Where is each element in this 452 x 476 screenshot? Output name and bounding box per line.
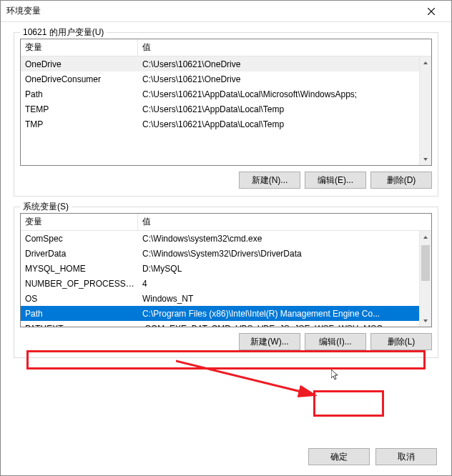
table-row[interactable]: ComSpecC:\Windows\system32\cmd.exe [21,231,431,246]
user-vars-legend: 10621 的用户变量(U) [20,26,107,39]
table-row[interactable]: MYSQL_HOMED:\MySQL [21,261,431,276]
close-icon [428,8,435,15]
cell-val: C:\Program Files (x86)\Intel\Intel(R) Ma… [138,309,431,319]
table-row[interactable]: TMPC:\Users\10621\AppData\Local\Temp [21,116,431,132]
table-header: 变量 值 [21,39,431,56]
dialog-title: 环境变量 [6,5,417,17]
scroll-thumb[interactable] [421,245,430,281]
system-vars-table[interactable]: 变量 值 ComSpecC:\Windows\system32\cmd.exeD… [20,213,432,327]
cell-val: C:\Windows\System32\Drivers\DriverData [138,249,431,259]
table-row[interactable]: PathC:\Users\10621\AppData\Local\Microso… [21,86,431,101]
user-vars-table[interactable]: 变量 值 OneDriveC:\Users\10621\OneDriveOneD… [20,39,432,166]
table-row[interactable]: TEMPC:\Users\10621\AppData\Local\Temp [21,101,431,116]
scroll-up-icon[interactable] [420,56,431,69]
scroll-down-icon[interactable] [420,153,431,165]
cell-var: OneDrive [21,59,138,69]
scroll-up-icon[interactable] [420,231,431,243]
user-rows: OneDriveC:\Users\10621\OneDriveOneDriveC… [21,56,431,132]
cell-var: TMP [21,119,138,129]
cell-val: C:\Windows\system32\cmd.exe [138,234,431,244]
cursor-icon [331,370,343,381]
cell-var: TEMP [21,104,138,114]
table-row[interactable]: OneDriveC:\Users\10621\OneDrive [21,56,431,71]
cell-val: Windows_NT [138,294,431,304]
ok-button[interactable]: 确定 [308,448,370,465]
dialog-button-row: 确定 取消 [308,448,437,465]
close-button[interactable] [417,1,446,21]
annotation-arrow-icon [176,358,326,401]
system-vars-group: 系统变量(S) 变量 值 ComSpecC:\Windows\system32\… [14,207,438,358]
cell-val: C:\Users\10621\AppData\Local\Temp [138,104,431,114]
delete-button-user[interactable]: 删除(D) [370,172,432,189]
cell-var: OS [21,294,138,304]
col-variable[interactable]: 变量 [21,214,138,230]
user-vars-group: 10621 的用户变量(U) 变量 值 OneDriveC:\Users\106… [14,32,438,197]
cell-var: MYSQL_HOME [21,264,138,274]
col-value[interactable]: 值 [138,214,431,230]
svg-line-0 [176,361,315,395]
table-header: 变量 值 [21,214,431,231]
dialog-content: 10621 的用户变量(U) 变量 值 OneDriveC:\Users\106… [1,22,451,358]
cell-val: C:\Users\10621\OneDrive [138,74,431,84]
system-vars-legend: 系统变量(S) [20,201,72,213]
cell-var: NUMBER_OF_PROCESSORS [21,279,138,289]
cell-val: .COM;.EXE;.BAT;.CMD;.VBS;.VBE;.JS;.JSE;.… [138,324,431,328]
table-row[interactable]: OSWindows_NT [21,291,431,306]
table-row[interactable]: OneDriveConsumerC:\Users\10621\OneDrive [21,71,431,86]
scrollbar[interactable] [419,56,431,165]
titlebar: 环境变量 [1,1,451,22]
table-row[interactable]: PathC:\Program Files (x86)\Intel\Intel(R… [21,306,431,321]
cell-var: Path [21,89,138,99]
system-rows: ComSpecC:\Windows\system32\cmd.exeDriver… [21,231,431,327]
cell-var: ComSpec [21,234,138,244]
edit-button-user[interactable]: 编辑(E)... [305,172,366,189]
cell-var: Path [21,309,138,319]
table-row[interactable]: DriverDataC:\Windows\System32\Drivers\Dr… [21,246,431,261]
cell-val: C:\Users\10621\AppData\Local\Microsoft\W… [138,89,431,99]
cell-var: PATHEXT [21,324,138,328]
col-value[interactable]: 值 [138,39,431,56]
annotation-highlight-edit-button [313,390,384,417]
system-button-row: 新建(W)... 编辑(I)... 删除(L) [20,333,432,350]
env-vars-dialog: 环境变量 10621 的用户变量(U) 变量 值 OneDriveC:\User… [0,0,452,476]
cell-val: C:\Users\10621\AppData\Local\Temp [138,119,431,129]
new-button-user[interactable]: 新建(N)... [239,172,300,189]
scrollbar[interactable] [419,231,431,327]
new-button-system[interactable]: 新建(W)... [239,333,300,350]
table-row[interactable]: NUMBER_OF_PROCESSORS4 [21,276,431,291]
user-button-row: 新建(N)... 编辑(E)... 删除(D) [20,172,432,189]
cancel-button[interactable]: 取消 [375,448,437,465]
delete-button-system[interactable]: 删除(L) [370,333,432,350]
cell-val: C:\Users\10621\OneDrive [138,59,431,69]
cell-val: D:\MySQL [138,264,431,274]
cell-var: OneDriveConsumer [21,74,138,84]
edit-button-system[interactable]: 编辑(I)... [305,333,366,350]
scroll-down-icon[interactable] [420,314,431,327]
cell-var: DriverData [21,249,138,259]
cell-val: 4 [138,279,431,289]
col-variable[interactable]: 变量 [21,39,138,56]
table-row[interactable]: PATHEXT.COM;.EXE;.BAT;.CMD;.VBS;.VBE;.JS… [21,321,431,327]
